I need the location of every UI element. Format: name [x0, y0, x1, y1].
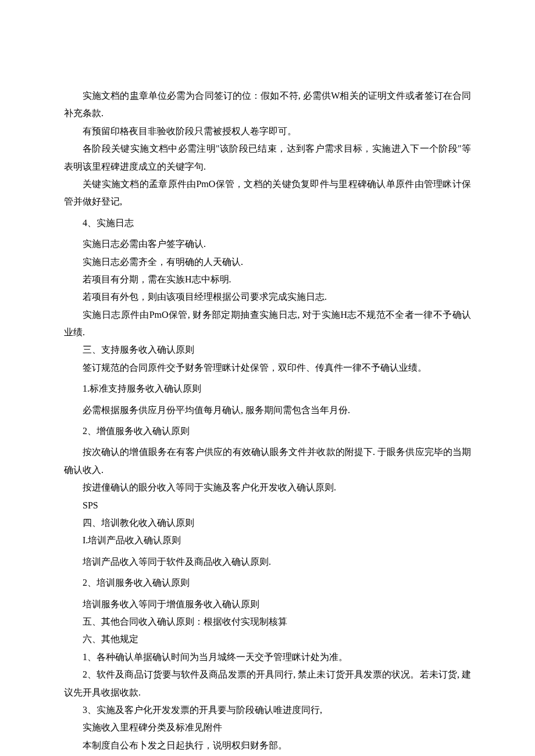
paragraph-6: 实施日志必需由客户签字确认.	[64, 235, 471, 253]
paragraph-29: 实施收入里程碑分类及标准见附件	[64, 719, 471, 736]
heading-section-5: 五、其他合同收入确认原则：根据收付实现制核算	[64, 613, 471, 630]
heading-training-service: 2、培训服务收入确认原则	[64, 574, 471, 592]
heading-value-added: 2、增值服务收入确认原则	[64, 422, 471, 440]
paragraph-27: 2、软件及商品订货要与软件及商品发票的开具同行, 禁止未订货开具发票的状况。若未…	[64, 666, 471, 701]
paragraph-28: 3、实施及客户化开发发票的开具要与阶段确认唯进度同行,	[64, 701, 471, 719]
paragraph-14: 必需根据服务供应月份平均值每月确认, 服务期间需包含当年月份.	[64, 402, 471, 419]
paragraph-17: 按进僮确认的眼分收入等同于实施及客户化开发收入确认原则.	[64, 479, 471, 496]
paragraph-12: 签订规范的合同原件交予财务管理眯计处保管，双印件、传真件一律不予确认业绩。	[64, 359, 471, 377]
paragraph-3: 各阶段关键实施文档中必需注明"该阶段已结束，达到客户需求目标，实施进入下一个阶段…	[64, 140, 471, 175]
paragraph-30: 本制度自公布卜发之日起执行，说明权归财务部。	[64, 737, 471, 754]
paragraph-16: 按次确认的增值眼务在有客户供应的有效确认眼务文件并收款的附提下. 于眼务供应完毕…	[64, 443, 471, 479]
heading-training-product: I.培训产品收入确认原则	[64, 532, 471, 549]
paragraph-10: 实施日志原件由PmO保管, 财务部定期抽查实施日志, 对于实施H志不规范不全者一…	[64, 306, 471, 342]
paragraph-9: 若项目有外包，则由该项目经理根据公司要求完成实施日志.	[64, 288, 471, 306]
paragraph-21: 培训产品收入等同于软件及商品收入确认原则.	[64, 553, 471, 571]
paragraph-4: 关键实施文档的孟章原件由PmO保管，文档的关键负复即件与里程碑确认单原件由管理眯…	[64, 175, 471, 211]
heading-implementation-log: 4、实施日志	[64, 214, 471, 232]
paragraph-8: 若项目有分期，需在实族H志中标明.	[64, 271, 471, 288]
paragraph-23: 培训服务收入等同于增值服务收入确认原则	[64, 596, 471, 613]
paragraph-7: 实施日志必需齐全，有明确的人天确认.	[64, 253, 471, 271]
heading-section-3: 三、支持服务收入确认原则	[64, 341, 471, 359]
paragraph-1: 实施文档的盅章单位必需为合同签订的位：假如不符, 必需供W相关的证明文件或者签订…	[64, 87, 471, 123]
heading-standard-support: 1.标准支持服务收入确认原则	[64, 380, 471, 397]
label-sps: SPS	[64, 497, 471, 514]
paragraph-2: 有预留印格夜目非验收阶段只需被授权人卷字即可。	[64, 123, 471, 140]
paragraph-26: 1、各种确认单据确认时间为当月城终一天交予管理眯计处为准。	[64, 648, 471, 666]
heading-section-4: 四、培训教化收入确认原则	[64, 514, 471, 532]
heading-section-6: 六、其他规定	[64, 630, 471, 648]
